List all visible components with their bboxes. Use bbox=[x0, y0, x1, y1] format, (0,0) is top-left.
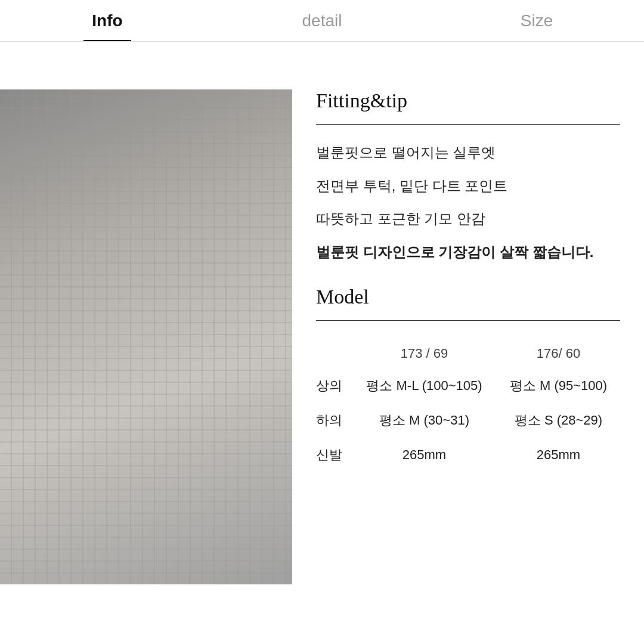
fitting-tip-2: 전면부 투턱, 밑단 다트 포인트 bbox=[316, 176, 620, 196]
model-row-shoes-col1: 265mm bbox=[352, 438, 497, 472]
model-row-top-col2: 평소 M (95~100) bbox=[497, 369, 620, 403]
tab-bar: Info detail Size bbox=[0, 0, 644, 42]
fitting-tip-1: 벌룬핏으로 떨어지는 실루엣 bbox=[316, 143, 620, 163]
model-row-bottom-col1: 평소 M (30~31) bbox=[352, 403, 497, 438]
model-table-header-row: 173 / 69 176/ 60 bbox=[316, 339, 620, 369]
model-row-top-label: 상의 bbox=[316, 369, 352, 403]
tab-size-label: Size bbox=[521, 11, 553, 30]
model-row-top: 상의 평소 M-L (100~105) 평소 M (95~100) bbox=[316, 369, 620, 403]
fitting-tip-3: 따뜻하고 포근한 기모 안감 bbox=[316, 209, 620, 229]
model-row-shoes-label: 신발 bbox=[316, 438, 352, 472]
fitting-title: Fitting&tip bbox=[316, 89, 620, 112]
product-image bbox=[0, 89, 292, 584]
fitting-divider bbox=[316, 124, 620, 125]
model-row-shoes: 신발 265mm 265mm bbox=[316, 438, 620, 472]
main-content: Fitting&tip 벌룬핏으로 떨어지는 실루엣 전면부 투턱, 밑단 다트… bbox=[0, 42, 644, 644]
model-col-2: 176/ 60 bbox=[497, 339, 620, 369]
model-table: 173 / 69 176/ 60 상의 평소 M-L (100~105) 평소 … bbox=[316, 339, 620, 472]
model-row-top-col1: 평소 M-L (100~105) bbox=[352, 369, 497, 403]
model-col-1: 173 / 69 bbox=[352, 339, 497, 369]
model-row-bottom: 하의 평소 M (30~31) 평소 S (28~29) bbox=[316, 403, 620, 438]
model-row-shoes-col2: 265mm bbox=[497, 438, 620, 472]
fitting-tips-list: 벌룬핏으로 떨어지는 실루엣 전면부 투턱, 밑단 다트 포인트 따뜻하고 포근… bbox=[316, 143, 620, 262]
model-row-bottom-label: 하의 bbox=[316, 403, 352, 438]
model-section: Model 173 / 69 176/ 60 상의 평소 M-L (100~10… bbox=[316, 286, 620, 472]
model-col-label bbox=[316, 339, 352, 369]
tab-info-label: Info bbox=[92, 11, 122, 30]
tab-detail-label: detail bbox=[302, 11, 342, 30]
tab-info[interactable]: Info bbox=[0, 0, 215, 41]
tab-size[interactable]: Size bbox=[429, 0, 644, 41]
model-row-bottom-col2: 평소 S (28~29) bbox=[497, 403, 620, 438]
tab-detail[interactable]: detail bbox=[215, 0, 429, 41]
model-title: Model bbox=[316, 286, 620, 308]
fitting-section: Fitting&tip 벌룬핏으로 떨어지는 실루엣 전면부 투턱, 밑단 다트… bbox=[316, 89, 620, 262]
fitting-tip-4: 벌룬핏 디자인으로 기장감이 살짝 짧습니다. bbox=[316, 242, 620, 262]
model-divider bbox=[316, 320, 620, 321]
right-panel: Fitting&tip 벌룬핏으로 떨어지는 실루엣 전면부 투턱, 밑단 다트… bbox=[292, 89, 644, 644]
